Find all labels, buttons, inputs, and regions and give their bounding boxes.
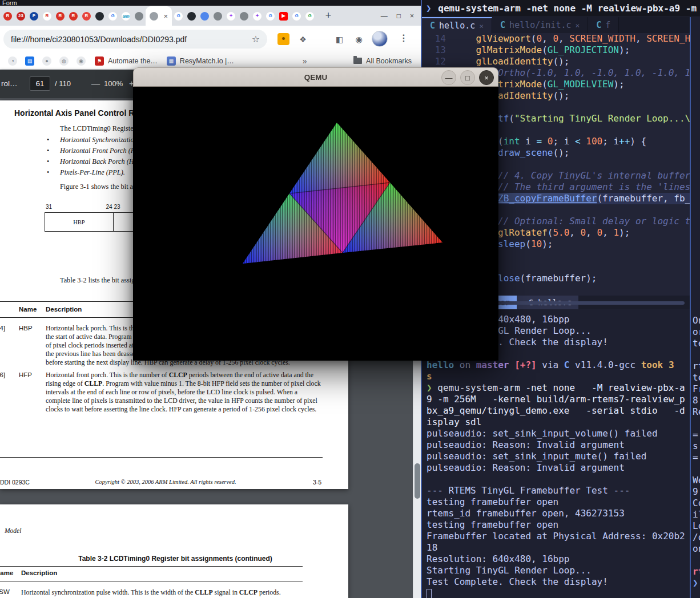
editor-tab-close[interactable]: × xyxy=(479,22,484,30)
terminal-text: pulseaudio: Reason: Invalid argument xyxy=(427,462,625,473)
pdf-zoom-out-button[interactable]: — xyxy=(91,78,100,88)
all-bookmarks-button[interactable]: All Bookmarks xyxy=(353,57,421,65)
qemu-titlebar[interactable]: QEMU — □ × xyxy=(133,67,498,87)
omnibox[interactable]: file:///home/ci230801053/Downloads/DDI02… xyxy=(3,30,267,49)
browser-tab[interactable]: G xyxy=(106,6,119,26)
bookmarks-overflow-chevron[interactable]: » xyxy=(303,56,307,66)
browser-tab[interactable]: ✦ xyxy=(251,6,264,26)
terminal-line: pulseaudio: Reason: Invalid argument xyxy=(427,439,690,451)
browser-tab[interactable] xyxy=(185,6,198,26)
qemu-framebuffer-display[interactable] xyxy=(133,87,498,361)
browser-tab[interactable]: R xyxy=(54,6,67,26)
browser-tab[interactable]: G xyxy=(290,6,303,26)
terminal-line: pulseaudio: Reason: Invalid argument xyxy=(427,462,690,474)
side-terminal-line: il xyxy=(693,509,700,520)
qemu-maximize-button[interactable]: □ xyxy=(460,70,475,85)
terminal-line: Starting TinyGL Render Loop... xyxy=(427,565,690,576)
bookmark-favicon[interactable]: ▤ xyxy=(25,56,34,66)
token: = xyxy=(537,136,542,147)
pdf-page-2: Model Table 3-2 LCDTiming0 Register bit … xyxy=(0,504,348,598)
puzzle-icon[interactable]: ❖ xyxy=(297,33,309,45)
qemu-title: QEMU xyxy=(304,73,328,82)
editor-tab-close[interactable]: × xyxy=(575,21,580,30)
browser-tab[interactable]: R xyxy=(67,6,80,26)
eye-icon[interactable]: ◉ xyxy=(353,33,365,45)
figure-bit-label: 24 23 xyxy=(106,204,120,210)
editor-tab[interactable]: Chello/init.c× xyxy=(492,17,588,33)
terminal-text: master xyxy=(476,359,509,370)
browser-tab-active[interactable]: × xyxy=(146,6,172,26)
browser-tab[interactable] xyxy=(198,6,211,26)
token: ; i xyxy=(553,136,575,147)
terminal-text: rtems_id framebuffer open, 436273153 xyxy=(427,508,625,519)
bookmark-favicon[interactable]: ◔ xyxy=(8,56,17,66)
qemu-minimize-button[interactable]: — xyxy=(441,70,456,85)
bookmark-favicon-items: ◔▤●◍◉ xyxy=(0,56,86,66)
bookmark-favicon[interactable]: ◉ xyxy=(77,56,86,66)
tab-favicon xyxy=(95,12,104,21)
editor-tab[interactable]: Cf xyxy=(588,17,619,33)
token: ) { xyxy=(630,136,646,147)
side-terminal-line: or xyxy=(693,326,700,338)
window-minimize-button[interactable]: — xyxy=(381,12,388,20)
bookmark-item[interactable]: ⚑Automate the… xyxy=(95,56,158,66)
side-terminal-pane[interactable]: OnortertteFr8Re=s=We9.CoilLo/oonrt❯ xyxy=(690,17,700,598)
side-terminal-line: on xyxy=(693,543,700,555)
browser-tab[interactable]: arm xyxy=(119,6,132,26)
bookmark-favicon[interactable]: ◍ xyxy=(59,56,69,66)
token xyxy=(454,33,476,44)
token: 0 xyxy=(553,33,558,44)
side-terminal-line: rt xyxy=(693,566,700,577)
c-file-icon: C xyxy=(430,21,435,31)
browser-tab[interactable]: G xyxy=(303,6,316,26)
pdf-scrollbar-thumb[interactable] xyxy=(415,463,420,499)
profile-avatar[interactable] xyxy=(372,31,388,47)
side-terminal-line: Co xyxy=(693,498,700,509)
tab-favicon: R xyxy=(69,12,78,21)
all-bookmarks-label: All Bookmarks xyxy=(366,57,412,65)
new-tab-button[interactable]: + xyxy=(321,9,336,23)
bookmark-star-icon[interactable]: ☆ xyxy=(252,34,260,45)
editor-tab-active[interactable]: Chello.c× xyxy=(422,17,492,33)
extension-icon[interactable]: • xyxy=(277,33,289,45)
token: glViewport xyxy=(476,33,531,44)
browser-tab[interactable]: R xyxy=(80,6,93,26)
side-terminal-line: = xyxy=(693,429,700,441)
tab-favicon xyxy=(187,12,196,21)
browser-tab[interactable]: R xyxy=(1,6,14,26)
browser-tab[interactable]: R xyxy=(41,6,54,26)
token: glRotatef xyxy=(498,227,548,238)
token: ZB_copyFrameBuffer xyxy=(498,193,597,204)
kebab-menu-icon[interactable]: ⋮ xyxy=(399,33,408,43)
browser-tab[interactable] xyxy=(238,6,251,26)
pdf-table2-col-name: Name xyxy=(0,569,13,576)
browser-tab[interactable]: ▶ xyxy=(277,6,290,26)
browser-tab[interactable]: ✦ xyxy=(224,6,238,26)
token: (); xyxy=(553,56,569,67)
bookmark-favicon[interactable]: ● xyxy=(42,56,51,66)
token: ); xyxy=(613,79,624,90)
browser-tab[interactable] xyxy=(93,6,106,26)
pdf-page-input[interactable]: 61 xyxy=(30,76,50,91)
browser-tab[interactable] xyxy=(132,6,146,26)
side-panel-icon[interactable]: ◧ xyxy=(333,33,345,45)
terminal-line: 18 xyxy=(427,542,690,553)
qemu-close-button[interactable]: × xyxy=(479,70,494,85)
desktop: Form R23PRRRRGarm×G✦✦G▶GG + — □ × file:/… xyxy=(0,0,700,598)
tab-close-button[interactable]: × xyxy=(163,13,168,20)
browser-tab[interactable]: G xyxy=(264,6,277,26)
browser-tab[interactable]: G xyxy=(172,6,185,26)
terminal-text: hello xyxy=(427,359,454,370)
window-close-button[interactable]: × xyxy=(410,12,414,20)
window-maximize-button[interactable]: □ xyxy=(397,12,401,20)
browser-tab[interactable] xyxy=(211,6,224,26)
tab-favicon xyxy=(240,12,248,21)
browser-tab[interactable]: P xyxy=(27,6,41,26)
token: 0 xyxy=(548,136,553,147)
side-terminal-line: = xyxy=(693,452,700,463)
bookmark-item[interactable]: ▦ResyMatch.io |… xyxy=(167,56,234,66)
browser-tab[interactable]: 23 xyxy=(14,6,27,26)
qemu-window[interactable]: QEMU — □ × xyxy=(133,67,498,361)
side-terminal-line: te xyxy=(693,372,700,383)
side-terminal-line: ❯ xyxy=(693,577,700,589)
